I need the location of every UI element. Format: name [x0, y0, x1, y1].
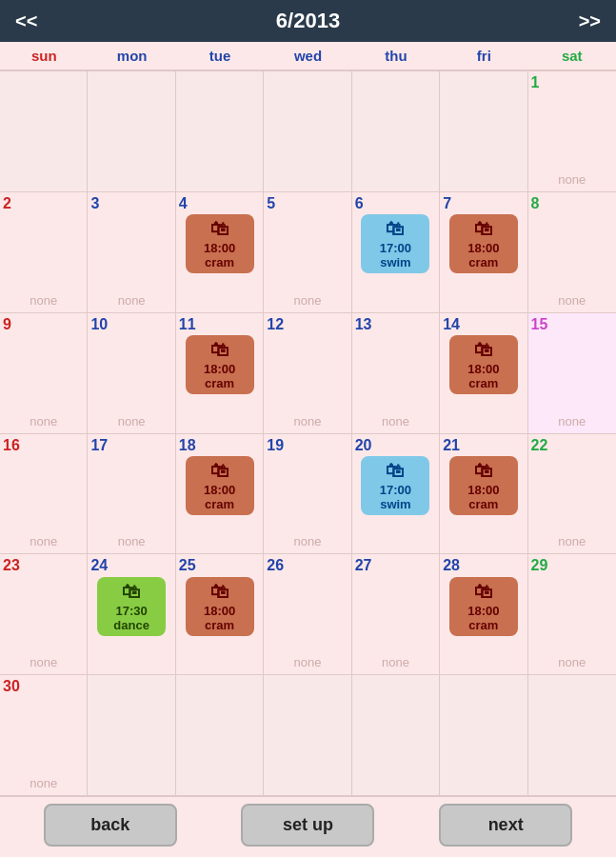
- calendar-cell[interactable]: 7🛍18:00cram: [440, 192, 527, 313]
- calendar-cell[interactable]: 25🛍18:00cram: [176, 554, 264, 675]
- day-number: 21: [443, 436, 460, 454]
- calendar-cell[interactable]: 20🛍17:00swim: [352, 434, 440, 555]
- calendar-cell[interactable]: 23none: [0, 554, 88, 675]
- event-badge-dance[interactable]: 🛍17:30dance: [97, 577, 166, 636]
- event-name: cram: [191, 497, 248, 511]
- event-name: dance: [103, 618, 160, 632]
- event-time: 18:00: [191, 483, 248, 497]
- back-button[interactable]: back: [44, 804, 177, 847]
- event-badge-swim[interactable]: 🛍17:00swim: [361, 214, 429, 273]
- bag-icon: 🛍: [191, 218, 248, 240]
- calendar-cell[interactable]: 18🛍18:00cram: [176, 434, 264, 555]
- event-time: 18:00: [191, 241, 248, 255]
- calendar-cell[interactable]: 13none: [352, 313, 440, 434]
- bag-icon: 🛍: [455, 339, 512, 361]
- event-time: 18:00: [455, 604, 512, 618]
- none-label: none: [30, 293, 57, 308]
- calendar-cell[interactable]: [440, 675, 527, 796]
- next-button[interactable]: next: [439, 804, 572, 847]
- day-number: 8: [531, 194, 540, 212]
- event-badge-cram[interactable]: 🛍18:00cram: [186, 214, 254, 273]
- calendar-cell[interactable]: 26none: [264, 554, 351, 675]
- none-label: none: [558, 414, 586, 428]
- calendar-cell[interactable]: [88, 675, 175, 796]
- calendar-cell[interactable]: [528, 675, 616, 796]
- bag-icon: 🛍: [455, 581, 512, 603]
- calendar-cell[interactable]: 27none: [352, 554, 440, 675]
- event-name: cram: [191, 618, 248, 632]
- day-number: 23: [3, 556, 20, 574]
- calendar-cell[interactable]: 14🛍18:00cram: [440, 313, 527, 434]
- day-headers-row: sun mon tue wed thu fri sat: [0, 42, 616, 70]
- bag-icon: 🛍: [191, 339, 248, 361]
- calendar-cell[interactable]: 3none: [88, 192, 175, 313]
- calendar-cell[interactable]: 30none: [0, 675, 88, 796]
- calendar-cell[interactable]: 5none: [264, 192, 351, 313]
- calendar-cell[interactable]: 2none: [0, 192, 88, 313]
- event-badge-swim[interactable]: 🛍17:00swim: [361, 456, 429, 515]
- calendar-cell[interactable]: 10none: [88, 313, 175, 434]
- day-number: 25: [179, 556, 196, 574]
- day-number: 15: [531, 315, 548, 333]
- none-label: none: [294, 414, 322, 428]
- calendar-cell[interactable]: [352, 675, 440, 796]
- calendar-cell[interactable]: 16none: [0, 434, 88, 555]
- event-badge-cram[interactable]: 🛍18:00cram: [449, 335, 518, 394]
- prev-month-button[interactable]: <<: [15, 10, 37, 32]
- calendar-cell[interactable]: 24🛍17:30dance: [88, 554, 175, 675]
- day-header-fri: fri: [440, 42, 527, 70]
- day-header-wed: wed: [264, 42, 351, 70]
- day-number: 10: [90, 315, 108, 333]
- day-number: 22: [531, 436, 548, 454]
- calendar-cell[interactable]: 17none: [88, 434, 175, 555]
- calendar-cell[interactable]: 28🛍18:00cram: [440, 554, 527, 675]
- calendar-cell[interactable]: 22none: [528, 434, 616, 555]
- none-label: none: [382, 414, 409, 428]
- bag-icon: 🛍: [367, 460, 424, 482]
- calendar-cell[interactable]: 15none: [528, 313, 616, 434]
- day-number: 1: [531, 73, 540, 91]
- day-number: 2: [3, 194, 11, 212]
- calendar-cell[interactable]: 12none: [264, 313, 351, 434]
- calendar-cell[interactable]: [352, 71, 440, 192]
- calendar-cell[interactable]: [264, 71, 351, 192]
- calendar-cell[interactable]: 1none: [528, 71, 616, 192]
- event-name: swim: [367, 255, 424, 269]
- none-label: none: [118, 414, 146, 428]
- none-label: none: [294, 293, 322, 308]
- calendar-cell[interactable]: 21🛍18:00cram: [440, 434, 527, 555]
- calendar-cell[interactable]: 11🛍18:00cram: [176, 313, 264, 434]
- calendar-cell[interactable]: [176, 675, 264, 796]
- event-badge-cram[interactable]: 🛍18:00cram: [449, 456, 518, 515]
- event-badge-cram[interactable]: 🛍18:00cram: [449, 577, 518, 636]
- event-badge-cram[interactable]: 🛍18:00cram: [449, 214, 518, 273]
- calendar-cell[interactable]: [176, 71, 264, 192]
- next-month-button[interactable]: >>: [579, 10, 601, 32]
- calendar-cell[interactable]: 9none: [0, 313, 88, 434]
- calendar-cell[interactable]: 19none: [264, 434, 351, 555]
- day-number: 19: [267, 436, 284, 454]
- calendar-cell[interactable]: [0, 71, 88, 192]
- event-badge-cram[interactable]: 🛍18:00cram: [186, 577, 254, 636]
- calendar-cell[interactable]: 8none: [528, 192, 616, 313]
- event-badge-cram[interactable]: 🛍18:00cram: [186, 335, 254, 394]
- day-header-tue: tue: [176, 42, 264, 70]
- calendar-cell[interactable]: 4🛍18:00cram: [176, 192, 264, 313]
- calendar-cell[interactable]: 6🛍17:00swim: [352, 192, 440, 313]
- calendar-cell[interactable]: [440, 71, 527, 192]
- event-name: cram: [191, 376, 248, 390]
- calendar-cell[interactable]: 29none: [528, 554, 616, 675]
- event-name: cram: [455, 497, 512, 511]
- calendar-cell[interactable]: [88, 71, 175, 192]
- setup-button[interactable]: set up: [241, 804, 374, 847]
- none-label: none: [558, 655, 586, 669]
- event-time: 17:30: [103, 604, 160, 618]
- none-label: none: [30, 655, 57, 669]
- day-number: 16: [3, 436, 20, 454]
- day-number: 7: [443, 194, 451, 212]
- calendar-cell[interactable]: [264, 675, 351, 796]
- day-number: 3: [90, 194, 99, 212]
- event-badge-cram[interactable]: 🛍18:00cram: [186, 456, 254, 515]
- none-label: none: [558, 534, 586, 548]
- day-number: 12: [267, 315, 284, 333]
